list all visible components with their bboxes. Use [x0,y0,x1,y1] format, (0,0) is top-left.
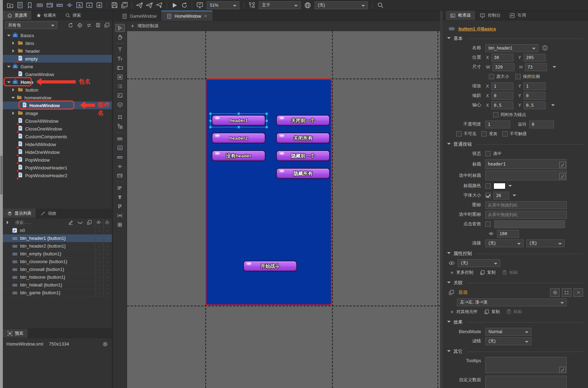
skew-x-input[interactable] [491,92,513,100]
blendmode-select[interactable]: Normal [485,328,531,336]
display-item-btn-hideall[interactable]: btn_hideall {button1} [3,281,112,289]
tree-item-homewindow-component[interactable]: HomeWindow [3,102,112,109]
collapse-arrow[interactable] [11,97,15,100]
section-basic[interactable]: 基本 [447,35,583,42]
expand-all-arrow[interactable] [7,221,10,224]
new-package-button[interactable] [5,1,15,10]
progressbar-widget-tool[interactable] [115,153,125,161]
graph-tool[interactable] [115,73,125,81]
keep-ratio-checkbox[interactable] [515,74,521,79]
title-color-swatch[interactable] [493,183,506,189]
refresh-library-icon[interactable] [68,22,74,28]
align-center-tool[interactable] [115,193,125,201]
tree-item-closeallwindow[interactable]: CloseAllWindow [3,117,112,125]
add-relation-button[interactable]: 对其他元件 [450,309,478,315]
branch-select[interactable]: 主干 [259,1,301,9]
inspector-scrollbar[interactable] [440,11,443,388]
list-tool[interactable] [115,82,125,90]
click-sound-input[interactable] [494,220,565,228]
publish-settings-button[interactable] [154,1,164,10]
lock-toggle[interactable] [103,281,112,289]
tree-item-hideonewindow[interactable]: HideOneWindow [3,148,112,156]
collapse-arrow[interactable] [7,81,11,85]
invisible-checkbox[interactable] [456,131,462,137]
tab-console[interactable]: 控制台 [475,11,505,20]
homewindow-stage[interactable]: header1 header2 没有header 关闭前一个 关闭所有 隐藏前一… [205,79,332,306]
preview-settings-gear-icon[interactable] [102,341,108,347]
package-filter-select[interactable]: 所有包 [5,21,57,29]
resize-handle-e[interactable] [266,120,268,122]
language-select[interactable]: (无) [315,1,368,9]
section-property-control[interactable]: 属性控制 [447,250,583,257]
display-item-n0[interactable]: n0 [3,227,112,234]
display-item-btn-hideone[interactable]: btn_hideone {button1} [3,273,112,281]
lock-toggle[interactable] [103,250,112,258]
pivot-y-input[interactable] [524,102,546,109]
clone-icon[interactable] [87,220,92,225]
tree-item-header[interactable]: header [3,47,112,55]
selected-icon-drop-field[interactable] [485,211,567,219]
duplicate-view-icon[interactable] [104,22,110,28]
selected-title-input[interactable] [485,170,567,180]
extends-component-link[interactable]: button1 @Basics [458,26,496,31]
combobox-widget-tool[interactable] [115,172,125,179]
bookmark-button[interactable] [25,1,35,10]
tab-reference[interactable]: 引用 [505,11,531,20]
text-tool[interactable] [115,46,125,53]
copy-relations-button[interactable]: 复制 [484,309,500,315]
click-sound-checkbox[interactable] [485,221,491,227]
title-color-checkbox[interactable] [485,183,491,189]
anchor-checkbox[interactable] [493,112,498,117]
icon-drop-field[interactable] [485,201,567,209]
test-play-button[interactable] [170,1,179,10]
tree-item-popwindow[interactable]: PopWindow [3,156,112,164]
visibility-toggle[interactable] [95,242,103,250]
visibility-controller-select[interactable]: (无) [458,259,500,267]
font-size-input[interactable] [493,192,509,199]
stage-btn-empty[interactable]: 没有header [212,150,266,161]
tree-item-basics[interactable]: Basics [3,31,112,39]
collapse-arrow[interactable] [12,49,16,53]
edit-selected-title-button[interactable] [559,173,566,179]
tree-item-customcomponents[interactable]: CustomComponents [3,133,112,140]
lock-toggle[interactable] [103,242,112,250]
search-button[interactable] [375,1,385,10]
lock-toggle[interactable] [103,273,112,281]
stage-btn-hideall[interactable]: 隐藏所有 [276,168,330,179]
button-widget-tool[interactable] [115,135,125,143]
selection-box[interactable] [210,114,267,127]
visibility-toggle[interactable] [95,266,103,273]
publish-button[interactable] [135,1,144,10]
position-x-input[interactable] [491,54,513,62]
tab-favorites[interactable]: 收藏夹 [32,11,61,20]
title-input[interactable] [485,159,567,169]
more-control-button[interactable]: 更多控制 [450,270,473,276]
new-movieclip-button[interactable] [84,1,94,10]
original-size-checkbox[interactable] [489,74,494,79]
link-controller-select[interactable]: (无) [485,239,524,247]
component-tool[interactable] [115,122,125,130]
grayed-checkbox[interactable] [481,131,487,137]
rotation-input[interactable] [529,121,554,128]
tree-item-gamewindow[interactable]: GameWindow [3,70,112,78]
size-h-input[interactable] [525,63,547,71]
tooltips-input[interactable] [485,357,567,373]
tree-item-game[interactable]: Game [3,63,112,70]
loader-tool[interactable] [115,113,125,121]
new-component-button[interactable] [15,1,25,10]
resize-handle-sw[interactable] [209,126,212,128]
opacity-input[interactable] [485,121,510,128]
filter-select[interactable]: (无) [485,337,531,345]
tree-item-homewindow-folder[interactable]: homewindow [3,94,112,102]
hand-tool[interactable] [115,33,125,41]
scale-y-input[interactable] [524,82,546,90]
loader3d-tool[interactable] [115,101,125,109]
tab-homewindow[interactable]: HomeWindow [161,11,212,21]
relation-rule-select[interactable]: 左->左, 顶->顶 [457,299,567,306]
visibility-toggle[interactable] [95,227,103,234]
distribute-horizontal-tool[interactable] [115,212,125,219]
stage-btn-header2[interactable]: header2 [212,133,266,144]
untouchable-checkbox[interactable] [502,131,508,137]
tree-item-btns[interactable]: btns [3,39,112,47]
paste-relations-button[interactable]: 粘贴 [506,309,522,315]
